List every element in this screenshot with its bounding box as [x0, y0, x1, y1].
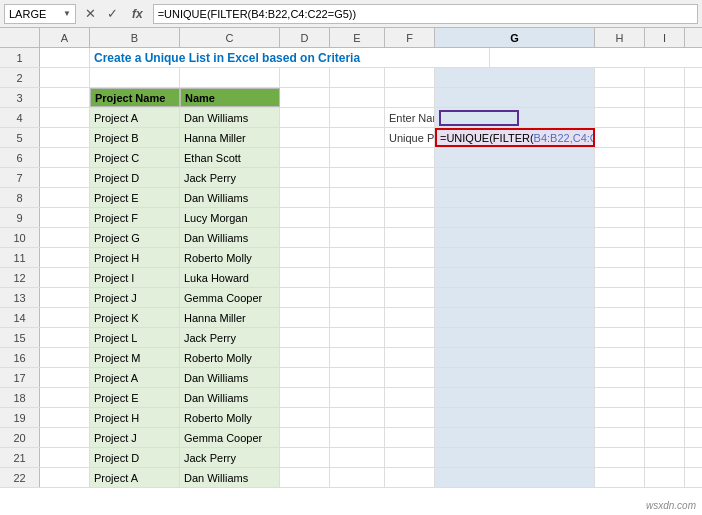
cell-22-F[interactable] — [385, 468, 435, 487]
cell-22-A[interactable] — [40, 468, 90, 487]
cell-6-D[interactable] — [280, 148, 330, 167]
cell-6-F[interactable] — [385, 148, 435, 167]
enter-name-input-cell[interactable] — [435, 108, 595, 127]
cell-2-C[interactable] — [180, 68, 280, 87]
cell-10-C[interactable]: Dan Williams — [180, 228, 280, 247]
cell-13-F[interactable] — [385, 288, 435, 307]
cell-9-B[interactable]: Project F — [90, 208, 180, 227]
cell-6-H[interactable] — [595, 148, 645, 167]
cell-11-C[interactable]: Roberto Molly — [180, 248, 280, 267]
cell-8-I[interactable] — [645, 188, 685, 207]
cell-10-E[interactable] — [330, 228, 385, 247]
cell-7-I[interactable] — [645, 168, 685, 187]
cell-11-B[interactable]: Project H — [90, 248, 180, 267]
cell-17-D[interactable] — [280, 368, 330, 387]
cell-13-H[interactable] — [595, 288, 645, 307]
cell-16-H[interactable] — [595, 348, 645, 367]
cell-18-H[interactable] — [595, 388, 645, 407]
cell-19-C[interactable]: Roberto Molly — [180, 408, 280, 427]
cell-8-B[interactable]: Project E — [90, 188, 180, 207]
cell-4-A[interactable] — [40, 108, 90, 127]
cell-17-H[interactable] — [595, 368, 645, 387]
cell-2-I[interactable] — [645, 68, 685, 87]
cell-18-D[interactable] — [280, 388, 330, 407]
cell-20-A[interactable] — [40, 428, 90, 447]
cell-4-H[interactable] — [595, 108, 645, 127]
cell-12-D[interactable] — [280, 268, 330, 287]
cell-22-I[interactable] — [645, 468, 685, 487]
cell-3-E[interactable] — [330, 88, 385, 107]
cell-10-A[interactable] — [40, 228, 90, 247]
cell-10-F[interactable] — [385, 228, 435, 247]
cell-9-E[interactable] — [330, 208, 385, 227]
cell-2-F[interactable] — [385, 68, 435, 87]
cell-17-G[interactable] — [435, 368, 595, 387]
cell-5-I[interactable] — [645, 128, 685, 147]
cell-4-C[interactable]: Dan Williams — [180, 108, 280, 127]
cell-9-A[interactable] — [40, 208, 90, 227]
cell-13-B[interactable]: Project J — [90, 288, 180, 307]
cell-17-A[interactable] — [40, 368, 90, 387]
cell-21-C[interactable]: Jack Perry — [180, 448, 280, 467]
cell-3-G[interactable] — [435, 88, 595, 107]
cell-20-I[interactable] — [645, 428, 685, 447]
cell-19-F[interactable] — [385, 408, 435, 427]
cell-18-G[interactable] — [435, 388, 595, 407]
col-header-D[interactable]: D — [280, 28, 330, 47]
cell-5-B[interactable]: Project B — [90, 128, 180, 147]
cell-21-F[interactable] — [385, 448, 435, 467]
formula-cell-G5[interactable]: =UNIQUE(FILTER(B4:B22,C4:C22=G5)) — [435, 128, 595, 147]
cell-12-F[interactable] — [385, 268, 435, 287]
cell-7-B[interactable]: Project D — [90, 168, 180, 187]
cell-16-E[interactable] — [330, 348, 385, 367]
cell-19-I[interactable] — [645, 408, 685, 427]
cell-7-A[interactable] — [40, 168, 90, 187]
cell-19-A[interactable] — [40, 408, 90, 427]
cell-9-H[interactable] — [595, 208, 645, 227]
cell-7-F[interactable] — [385, 168, 435, 187]
cell-8-F[interactable] — [385, 188, 435, 207]
cell-12-H[interactable] — [595, 268, 645, 287]
cell-4-E[interactable] — [330, 108, 385, 127]
cell-7-H[interactable] — [595, 168, 645, 187]
cell-14-D[interactable] — [280, 308, 330, 327]
cell-13-C[interactable]: Gemma Cooper — [180, 288, 280, 307]
cell-15-G[interactable] — [435, 328, 595, 347]
cell-22-C[interactable]: Dan Williams — [180, 468, 280, 487]
cell-14-B[interactable]: Project K — [90, 308, 180, 327]
cell-22-G[interactable] — [435, 468, 595, 487]
cell-21-H[interactable] — [595, 448, 645, 467]
cell-8-D[interactable] — [280, 188, 330, 207]
cell-8-E[interactable] — [330, 188, 385, 207]
cell-8-G[interactable] — [435, 188, 595, 207]
cell-6-E[interactable] — [330, 148, 385, 167]
cell-12-I[interactable] — [645, 268, 685, 287]
cell-4-D[interactable] — [280, 108, 330, 127]
cell-21-A[interactable] — [40, 448, 90, 467]
cell-3-F[interactable] — [385, 88, 435, 107]
cell-16-G[interactable] — [435, 348, 595, 367]
cell-4-F[interactable]: Enter Name >>> — [385, 108, 435, 127]
cell-3-H[interactable] — [595, 88, 645, 107]
cell-14-A[interactable] — [40, 308, 90, 327]
col-header-A[interactable]: A — [40, 28, 90, 47]
cell-14-E[interactable] — [330, 308, 385, 327]
cell-9-G[interactable] — [435, 208, 595, 227]
cell-18-E[interactable] — [330, 388, 385, 407]
cell-12-C[interactable]: Luka Howard — [180, 268, 280, 287]
cell-2-D[interactable] — [280, 68, 330, 87]
cell-11-E[interactable] — [330, 248, 385, 267]
cell-5-C[interactable]: Hanna Miller — [180, 128, 280, 147]
cell-10-D[interactable] — [280, 228, 330, 247]
cell-1-B[interactable]: Create a Unique List in Excel based on C… — [90, 48, 490, 67]
cell-5-E[interactable] — [330, 128, 385, 147]
cell-15-F[interactable] — [385, 328, 435, 347]
cell-9-C[interactable]: Lucy Morgan — [180, 208, 280, 227]
cell-12-B[interactable]: Project I — [90, 268, 180, 287]
cell-3-C[interactable]: Name — [180, 88, 280, 107]
cell-4-B[interactable]: Project A — [90, 108, 180, 127]
cell-15-I[interactable] — [645, 328, 685, 347]
cell-11-D[interactable] — [280, 248, 330, 267]
cell-20-E[interactable] — [330, 428, 385, 447]
cell-19-B[interactable]: Project H — [90, 408, 180, 427]
